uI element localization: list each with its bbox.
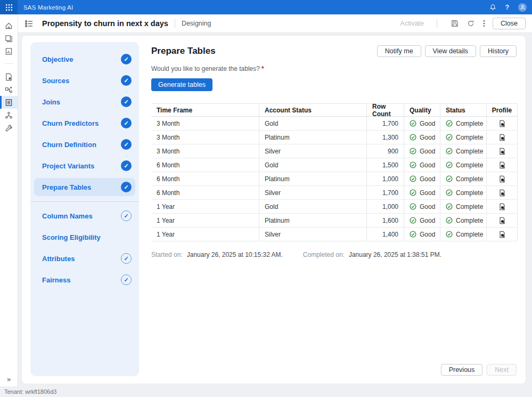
status-text: Complete [456, 189, 483, 197]
refresh-icon[interactable] [467, 20, 474, 27]
column-header-row-count[interactable]: Row Count [367, 104, 404, 116]
stepper-item[interactable]: Fairness [34, 271, 135, 289]
column-header-quality[interactable]: Quality [404, 104, 440, 116]
stepper-item[interactable]: Joins [34, 93, 135, 111]
document-data-icon[interactable] [0, 70, 18, 83]
cell-status: Complete [440, 144, 487, 158]
next-button[interactable]: Next [487, 364, 517, 376]
step-check-icon [121, 54, 132, 64]
profile-icon[interactable] [498, 148, 506, 155]
table-row[interactable]: 3 Month Gold 1,700 Good Complete [151, 117, 518, 131]
quality-text: Good [420, 203, 435, 210]
stepper-item[interactable]: Attributes [34, 249, 135, 268]
quality-text: Good [420, 161, 435, 169]
app-launcher-button[interactable] [0, 0, 18, 14]
stepper-item[interactable]: Churn Predictors [34, 114, 135, 132]
cell-quality: Good [404, 144, 440, 158]
stepper-item[interactable]: Churn Definition [34, 135, 135, 153]
started-on: Started on:January 26, 2025 at 10:15:32 … [151, 251, 283, 258]
step-check-icon [121, 253, 132, 264]
quality-text: Good [420, 231, 435, 238]
status-text: Complete [456, 175, 483, 183]
stepper-item[interactable]: Objective [34, 50, 135, 68]
stepper-item[interactable]: Prepare Tables [34, 178, 135, 196]
divider [175, 19, 175, 28]
profile-icon[interactable] [498, 217, 506, 224]
notify-me-button[interactable]: Notify me [377, 45, 421, 57]
table-row[interactable]: 1 Year Platinum 1,600 Good Complete [151, 214, 518, 228]
report-icon[interactable] [0, 45, 18, 58]
stepper-item[interactable]: Sources [34, 71, 135, 90]
flow-nodes-icon[interactable] [0, 83, 18, 96]
wrench-icon[interactable] [0, 121, 18, 134]
table-row[interactable]: 3 Month Platinum 1,300 Good Complete [151, 131, 518, 144]
cell-quality: Good [404, 117, 440, 130]
hierarchy-icon[interactable] [0, 109, 18, 121]
list-icon[interactable] [25, 20, 33, 27]
profile-icon[interactable] [498, 161, 506, 169]
step-label: Project Variants [42, 162, 94, 170]
cell-profile [487, 131, 518, 144]
table-row[interactable]: 1 Year Silver 1,400 Good Complete [151, 228, 518, 241]
cell-quality: Good [404, 186, 440, 199]
previous-button[interactable]: Previous [441, 364, 483, 376]
profile-icon[interactable] [498, 189, 506, 197]
bell-icon[interactable] [489, 4, 496, 11]
column-header-status[interactable]: Status [440, 104, 487, 116]
cell-time-frame: 1 Year [151, 228, 259, 241]
activate-button[interactable]: Activate [400, 20, 424, 27]
good-check-icon [410, 175, 416, 182]
user-avatar-icon[interactable] [518, 3, 527, 12]
cell-row-count: 1,700 [367, 186, 404, 199]
step-check-icon [121, 96, 132, 107]
history-button[interactable]: History [480, 45, 517, 57]
cell-time-frame: 6 Month [151, 172, 259, 185]
home-icon[interactable] [0, 19, 18, 32]
cell-account-status: Silver [259, 228, 367, 241]
cell-quality: Good [404, 131, 440, 144]
view-details-button[interactable]: View details [425, 45, 476, 57]
generate-tables-button[interactable]: Generate tables [151, 78, 212, 91]
column-header-profile[interactable]: Profile [487, 104, 518, 116]
cell-profile [487, 144, 518, 158]
quality-text: Good [420, 217, 435, 224]
complete-check-icon [446, 217, 453, 224]
project-toolbar: Propensity to churn in next x days Desig… [18, 14, 532, 33]
list-document-icon[interactable] [0, 96, 18, 109]
profile-icon[interactable] [498, 134, 506, 141]
required-marker: * [261, 65, 264, 72]
table-row[interactable]: 6 Month Gold 1,500 Good Complete [151, 158, 518, 172]
copies-icon[interactable] [0, 32, 18, 45]
table-row[interactable]: 6 Month Platinum 1,000 Good Complete [151, 172, 518, 186]
divider [437, 19, 437, 28]
kebab-menu-icon[interactable] [483, 20, 485, 27]
column-header-account-status[interactable]: Account Status [259, 104, 367, 116]
status-text: Complete [456, 217, 483, 224]
complete-check-icon [446, 231, 453, 238]
profile-icon[interactable] [498, 175, 506, 183]
step-label: Column Names [42, 212, 93, 220]
table-row[interactable]: 3 Month Silver 900 Good Complete [151, 144, 518, 158]
cell-profile [487, 172, 518, 185]
close-button[interactable]: Close [493, 18, 526, 29]
expand-rail-button[interactable]: » [0, 375, 18, 383]
stepper-item[interactable]: Project Variants [34, 157, 135, 175]
complete-check-icon [446, 175, 453, 182]
column-header-time-frame[interactable]: Time Frame [151, 104, 259, 116]
profile-icon[interactable] [498, 203, 506, 210]
cell-time-frame: 1 Year [151, 214, 259, 227]
stepper-item[interactable]: Scoring Eligibility [34, 228, 135, 246]
step-label: Sources [42, 77, 69, 85]
cell-row-count: 1,000 [367, 200, 404, 213]
table-row[interactable]: 1 Year Gold 1,000 Good Complete [151, 200, 518, 214]
profile-icon[interactable] [498, 120, 506, 127]
save-icon[interactable] [451, 20, 459, 27]
cell-profile [487, 186, 518, 199]
stepper-item[interactable]: Column Names [34, 207, 135, 225]
profile-icon[interactable] [498, 231, 506, 238]
status-text: Complete [456, 203, 483, 210]
table-row[interactable]: 6 Month Silver 1,700 Good Complete [151, 186, 518, 200]
step-label: Prepare Tables [42, 183, 91, 191]
good-check-icon [410, 231, 416, 238]
help-icon[interactable]: ? [505, 4, 509, 11]
